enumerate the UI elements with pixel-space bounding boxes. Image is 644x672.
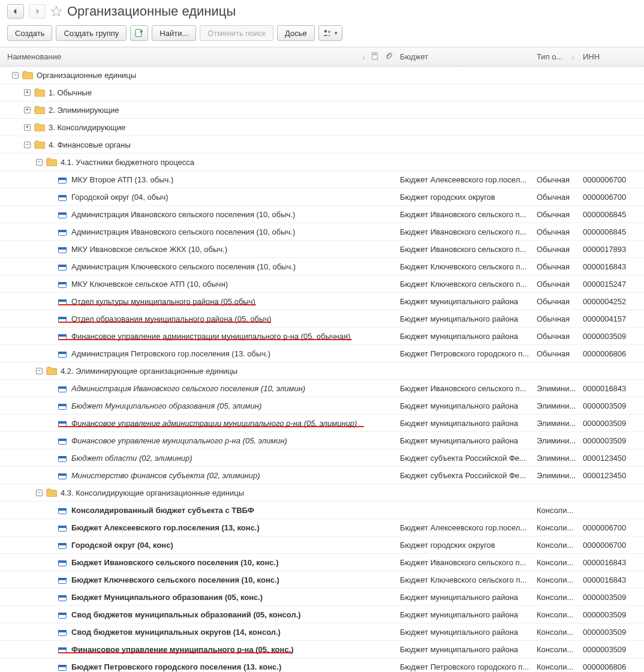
svg-rect-4 (372, 52, 377, 59)
tree-expander[interactable]: − (36, 368, 43, 374)
col-header-marker[interactable] (369, 52, 381, 62)
row-inn: 0000006845 (578, 227, 644, 236)
red-underline (58, 304, 256, 305)
tree-item-row[interactable]: Министерство финансов субъекта (02, элим… (0, 467, 644, 484)
tree-item-row[interactable]: Финансовое управление администрации муни… (0, 415, 644, 432)
dossier-button[interactable]: Досье (277, 25, 315, 41)
nav-back-button[interactable] (7, 4, 24, 19)
row-type: Обычная (533, 262, 578, 271)
tree-item-row[interactable]: Бюджет области (02, элиминир)Бюджет субъ… (0, 449, 644, 467)
tree-folder-row[interactable]: −4.1. Участники бюджетного процесса (0, 154, 644, 171)
item-icon (58, 664, 67, 670)
tree-item-row[interactable]: Бюджет Муниципального образования (05, к… (0, 589, 644, 606)
tree-expander[interactable]: − (24, 142, 31, 148)
refresh-button[interactable] (130, 25, 148, 41)
tree-folder-row[interactable]: −4. Финансовые органы (0, 136, 644, 154)
tree-item-row[interactable]: Бюджет Петровского городского поселения … (0, 658, 644, 672)
tree-expander[interactable]: + (24, 124, 31, 131)
row-type: Обычная (533, 245, 578, 254)
tree-item-row[interactable]: Бюджет Ключевского сельского поселения (… (0, 571, 644, 589)
tree-item-row[interactable]: Городской округ (04, обыч)Бюджет городск… (0, 188, 644, 206)
item-icon (58, 629, 67, 635)
row-name: Администрация Ивановского сельского посе… (71, 210, 295, 219)
tree-item-row[interactable]: Бюджет Алексеевского гор.поселения (13, … (0, 519, 644, 536)
tree-folder-row[interactable]: +1. Обычные (0, 84, 644, 101)
item-icon (58, 524, 67, 530)
tree-item-row[interactable]: Администрация Ивановского сельского посе… (0, 223, 644, 241)
svg-rect-51 (59, 596, 67, 598)
find-button[interactable]: Найти... (152, 25, 196, 41)
row-budget: Бюджет Ключевского сельского п... (395, 280, 533, 289)
tree-folder-row[interactable]: −4.2. Элиминирующие организационные един… (0, 362, 644, 380)
col-header-name[interactable]: Наименование ↓ (0, 52, 369, 61)
row-type: Элимини... (533, 419, 578, 428)
svg-rect-17 (59, 265, 67, 267)
row-type: Элимини... (533, 436, 578, 445)
row-budget: Бюджет муниципального района (395, 401, 533, 410)
row-name: МКУ Второе АТП (13. обыч.) (71, 175, 173, 184)
users-menu-button[interactable]: ▾ (318, 25, 342, 41)
tree-item-row[interactable]: МКУ Ключевское сельское АТП (10, обычн)Б… (0, 275, 644, 293)
row-inn: 0000003509 (578, 628, 644, 637)
row-budget: Бюджет Петровского городского п... (395, 662, 533, 671)
row-name: МКУ Ключевское сельское АТП (10, обычн) (71, 280, 228, 289)
tree-item-row[interactable]: Отдел культуры муниципального района (05… (0, 293, 644, 310)
arrow-left-icon (12, 8, 19, 15)
svg-marker-0 (52, 7, 62, 16)
tree-item-row[interactable]: Свод бюджетов муниципальных округов (14,… (0, 623, 644, 641)
tree-folder-row[interactable]: +2. Элиминирующие (0, 101, 644, 119)
row-budget: Бюджет городских округов (395, 541, 533, 550)
tree-item-row[interactable]: Администрация Ивановского сельского посе… (0, 206, 644, 223)
item-icon (58, 403, 67, 409)
tree-item-row[interactable]: МКУ Второе АТП (13. обыч.)Бюджет Алексее… (0, 171, 644, 188)
tree-item-row[interactable]: Бюджет Ивановского сельского поселения (… (0, 554, 644, 571)
tree-folder-row[interactable]: −4.3. Консолидирующие организационные ед… (0, 484, 644, 502)
users-icon (323, 28, 332, 38)
row-name: Бюджет Алексеевского гор.поселения (13, … (71, 523, 260, 532)
tree-item-row[interactable]: Отдел образования муниципального района … (0, 310, 644, 328)
svg-rect-29 (59, 387, 67, 389)
svg-rect-49 (59, 578, 67, 580)
tree-expander[interactable]: − (36, 159, 43, 166)
favorite-star-icon[interactable] (50, 5, 62, 17)
tree-expander[interactable]: + (24, 89, 31, 96)
tree-item-row[interactable]: МКУ Ивановское сельское ЖКХ (10, обыч.)Б… (0, 241, 644, 258)
create-button[interactable]: Создать (7, 25, 52, 41)
tree-folder-row[interactable]: −Организационные единицы (0, 67, 644, 84)
create-group-button[interactable]: Создать группу (56, 25, 127, 41)
row-name: 1. Обычные (49, 88, 92, 97)
item-icon (58, 229, 67, 235)
row-budget: Бюджет муниципального района (395, 332, 533, 341)
row-type: Элимини... (533, 454, 578, 463)
folder-icon (46, 488, 57, 497)
tree-item-row[interactable]: Финансовое управление муниципального р-н… (0, 432, 644, 449)
row-type: Обычная (533, 280, 578, 289)
row-type: Элимини... (533, 384, 578, 393)
row-budget: Бюджет муниципального района (395, 610, 533, 619)
row-name: Администрация Ивановского сельского посе… (71, 384, 305, 393)
tree-item-row[interactable]: Свод бюджетов муниципальных образований … (0, 606, 644, 623)
tree-item-row[interactable]: Финансовое управление администрации муни… (0, 328, 644, 345)
tree-item-row[interactable]: Финансовое управление муниципального р-н… (0, 641, 644, 658)
col-header-inn[interactable]: ИНН (578, 52, 644, 61)
document-marker-icon (371, 52, 379, 60)
tree-expander[interactable]: − (36, 490, 43, 496)
tree-item-row[interactable]: Консолидированный бюджет субъекта с ТВБФ… (0, 502, 644, 519)
tree-item-row[interactable]: Администрация Ключевского сельского посе… (0, 258, 644, 275)
tree-folder-row[interactable]: +3. Консолидирующие (0, 119, 644, 136)
tree-expander[interactable]: − (12, 72, 19, 79)
tree-expander[interactable]: + (24, 107, 31, 113)
tree-item-row[interactable]: Городской округ (04, конс)Бюджет городск… (0, 536, 644, 554)
tree-item-row[interactable]: Администрация Ивановского сельского посе… (0, 380, 644, 397)
svg-rect-27 (59, 352, 67, 354)
svg-rect-35 (59, 439, 67, 441)
row-name: 4.3. Консолидирующие организационные еди… (61, 488, 244, 497)
row-budget: Бюджет субъекта Российской Фе... (395, 454, 533, 463)
col-header-budget[interactable]: Бюджет (395, 52, 533, 61)
row-inn: 0000017893 (578, 245, 644, 254)
col-header-attach[interactable] (381, 52, 395, 62)
tree-item-row[interactable]: Бюджет Муниципального образования (05, э… (0, 397, 644, 415)
row-inn: 0000003509 (578, 332, 644, 341)
col-header-type[interactable]: Тип о... ↓ (533, 52, 578, 61)
tree-item-row[interactable]: Администрация Петровского гор.поселения … (0, 345, 644, 362)
